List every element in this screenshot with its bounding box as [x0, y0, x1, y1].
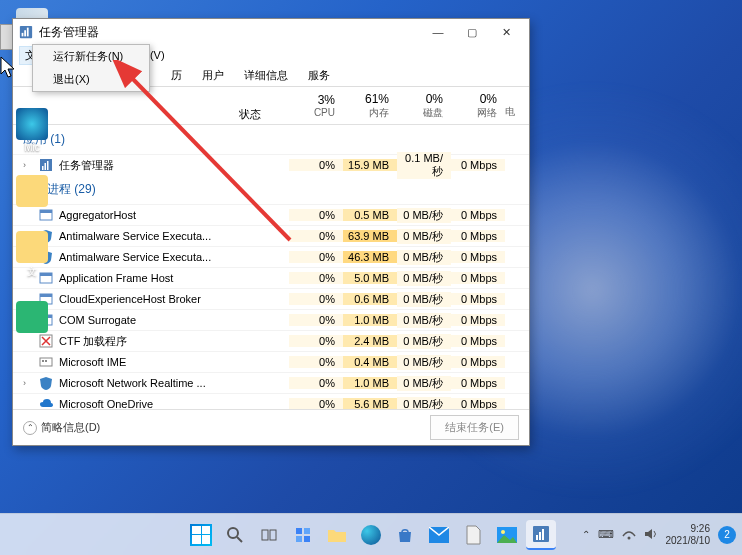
desktop-folder-2[interactable]: 文 [8, 231, 56, 279]
notification-badge[interactable]: 2 [718, 526, 736, 544]
process-row[interactable]: Microsoft IME0%0.4 MB0 MB/秒0 Mbps [13, 351, 529, 372]
disk-label: 磁盘 [423, 106, 443, 120]
process-row[interactable]: CloudExperienceHost Broker0%0.6 MB0 MB/秒… [13, 288, 529, 309]
process-row[interactable]: COM Surrogate0%1.0 MB0 MB/秒0 Mbps [13, 309, 529, 330]
col-network[interactable]: 0% 网络 [451, 87, 505, 124]
desktop-green-app[interactable] [8, 301, 56, 335]
cpu-cell: 0% [289, 251, 343, 263]
process-row[interactable]: ›Antimalware Service Executa...0%63.9 MB… [13, 225, 529, 246]
process-icon [39, 397, 53, 409]
process-icon [39, 334, 53, 348]
memory-cell: 1.0 MB [343, 314, 397, 326]
system-tray: ⌃ ⌨ 9:26 2021/8/10 2 [582, 523, 737, 547]
file-icon[interactable] [458, 520, 488, 550]
start-button[interactable] [186, 520, 216, 550]
network-cell: 0 Mbps [451, 398, 505, 409]
process-name: 任务管理器 [59, 158, 114, 173]
tab-users[interactable]: 用户 [194, 65, 232, 86]
disk-cell: 0 MB/秒 [397, 271, 451, 286]
tray-clock[interactable]: 9:26 2021/8/10 [666, 523, 711, 547]
svg-rect-28 [304, 536, 310, 542]
minimize-button[interactable]: — [421, 21, 455, 43]
process-table[interactable]: 应用 (1)›任务管理器0%15.9 MB0.1 MB/秒0 Mbps后台进程 … [13, 125, 529, 409]
process-icon [39, 376, 53, 390]
fewer-details[interactable]: ⌃ 简略信息(D) [23, 420, 100, 435]
tab-history-partial[interactable]: 历 [163, 65, 190, 86]
icon-label: 文 [27, 265, 37, 279]
memory-cell: 63.9 MB [343, 230, 397, 242]
memory-cell: 1.0 MB [343, 377, 397, 389]
process-name: CloudExperienceHost Broker [59, 293, 201, 305]
col-cpu[interactable]: 3% CPU [289, 87, 343, 124]
disk-cell: 0.1 MB/秒 [397, 152, 451, 179]
network-cell: 0 Mbps [451, 230, 505, 242]
process-name: AggregatorHost [59, 209, 136, 221]
tab-services[interactable]: 服务 [300, 65, 338, 86]
col-status[interactable]: 状态 [235, 87, 289, 124]
close-button[interactable]: ✕ [489, 21, 523, 43]
svg-rect-23 [262, 530, 268, 540]
cpu-cell: 0% [289, 377, 343, 389]
col-memory[interactable]: 61% 内存 [343, 87, 397, 124]
process-name: Antimalware Service Executa... [59, 230, 211, 242]
mail-icon[interactable] [424, 520, 454, 550]
photos-icon[interactable] [492, 520, 522, 550]
network-label: 网络 [477, 106, 497, 120]
group-header[interactable]: 应用 (1) [13, 125, 529, 154]
process-row[interactable]: Microsoft OneDrive0%5.6 MB0 MB/秒0 Mbps [13, 393, 529, 409]
maximize-button[interactable]: ▢ [455, 21, 489, 43]
process-row[interactable]: Antimalware Service Executa...0%46.3 MB0… [13, 246, 529, 267]
group-header[interactable]: 后台进程 (29) [13, 175, 529, 204]
process-row[interactable]: Application Frame Host0%5.0 MB0 MB/秒0 Mb… [13, 267, 529, 288]
end-task-button[interactable]: 结束任务(E) [430, 415, 519, 440]
svg-rect-1 [22, 33, 24, 37]
process-name: Application Frame Host [59, 272, 173, 284]
memory-cell: 5.6 MB [343, 398, 397, 409]
store-icon[interactable] [390, 520, 420, 550]
col-disk[interactable]: 0% 磁盘 [397, 87, 451, 124]
svg-rect-26 [304, 528, 310, 534]
desktop-folder-1[interactable] [8, 175, 56, 209]
clock-date: 2021/8/10 [666, 535, 711, 547]
explorer-icon[interactable] [322, 520, 352, 550]
svg-rect-35 [542, 529, 544, 540]
desktop-icon-edge[interactable]: Mic [8, 108, 56, 153]
tray-network-icon[interactable] [622, 528, 636, 542]
svg-rect-19 [45, 360, 47, 362]
run-new-task-item[interactable]: 运行新任务(N) [33, 45, 149, 68]
process-name: Microsoft Network Realtime ... [59, 377, 206, 389]
cpu-cell: 0% [289, 356, 343, 368]
col-power[interactable]: 电 [505, 87, 529, 124]
memory-cell: 2.4 MB [343, 335, 397, 347]
network-cell: 0 Mbps [451, 272, 505, 284]
task-manager-taskbar[interactable] [526, 520, 556, 550]
cpu-cell: 0% [289, 272, 343, 284]
search-icon[interactable] [220, 520, 250, 550]
cpu-label: CPU [314, 107, 335, 118]
process-row[interactable]: ›Microsoft Network Realtime ...0%1.0 MB0… [13, 372, 529, 393]
memory-percent: 61% [365, 92, 389, 106]
titlebar[interactable]: 任务管理器 — ▢ ✕ [13, 19, 529, 45]
tray-volume-icon[interactable] [644, 528, 658, 542]
tray-chevron-icon[interactable]: ⌃ [582, 529, 590, 540]
cpu-cell: 0% [289, 398, 343, 409]
tab-details[interactable]: 详细信息 [236, 65, 296, 86]
svg-rect-24 [270, 530, 276, 540]
svg-rect-3 [27, 28, 29, 37]
svg-rect-18 [42, 360, 44, 362]
svg-rect-34 [539, 532, 541, 540]
process-row[interactable]: CTF 加载程序0%2.4 MB0 MB/秒0 Mbps [13, 330, 529, 351]
edge-taskbar-icon[interactable] [356, 520, 386, 550]
process-name: Antimalware Service Executa... [59, 251, 211, 263]
tray-ime-icon[interactable]: ⌨ [598, 528, 614, 541]
network-cell: 0 Mbps [451, 209, 505, 221]
cpu-cell: 0% [289, 209, 343, 221]
taskbar: ⌃ ⌨ 9:26 2021/8/10 2 [0, 513, 742, 555]
exit-item[interactable]: 退出(X) [33, 68, 149, 91]
process-row[interactable]: ›任务管理器0%15.9 MB0.1 MB/秒0 Mbps [13, 154, 529, 175]
taskview-icon[interactable] [254, 520, 284, 550]
network-cell: 0 Mbps [451, 377, 505, 389]
process-row[interactable]: AggregatorHost0%0.5 MB0 MB/秒0 Mbps [13, 204, 529, 225]
expand-icon[interactable]: › [23, 378, 33, 388]
widgets-icon[interactable] [288, 520, 318, 550]
